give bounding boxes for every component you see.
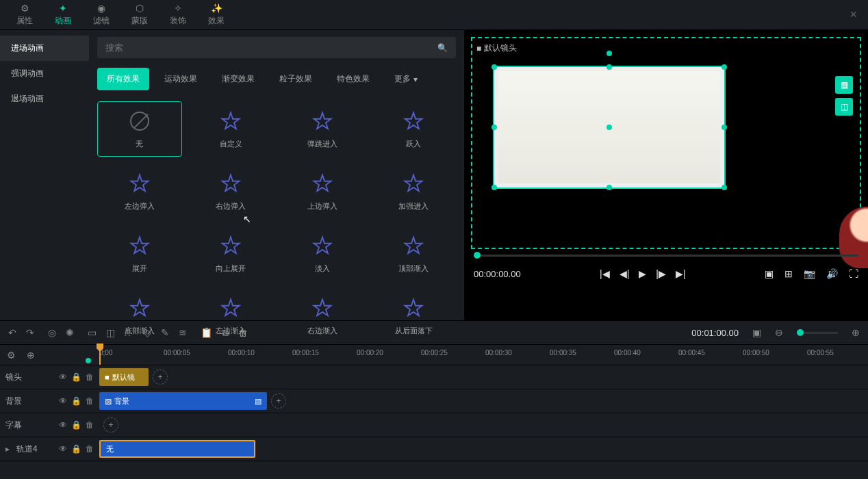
clip-background[interactable]: ▧背景▧ [99,392,267,410]
track-settings-button[interactable]: ⚙ [7,350,16,361]
effect-item[interactable]: 左边弹入 [97,164,182,219]
resize-handle-br[interactable] [722,185,727,190]
safe-zone-button[interactable]: ▣ [765,268,774,279]
effect-item[interactable]: 上边弹入 [280,164,365,219]
sidebar-item-emphasis[interactable]: 强调动画 [0,61,89,86]
tab-effect[interactable]: ✨效果 [197,0,235,29]
effect-item[interactable]: 右边弹入 [189,164,274,219]
redo-button[interactable]: ↷ [26,327,34,338]
progress-handle[interactable] [474,252,481,259]
grid-button[interactable]: ⊞ [784,268,793,279]
skip-end-button[interactable]: ▶| [676,268,686,279]
visibility-icon[interactable]: 👁 [59,372,67,382]
avatar-character[interactable] [839,207,868,268]
magnet-button[interactable]: ✺ [66,327,74,338]
effect-item[interactable]: 无 [97,101,182,157]
undo-button[interactable]: ↶ [8,327,16,338]
effect-item[interactable]: 弹跳进入 [280,101,365,157]
star-icon [401,109,426,133]
tab-mask[interactable]: ⬡蒙版 [120,0,159,29]
ratio-button[interactable]: ▭ [88,327,97,338]
resize-handle-bl[interactable] [492,185,497,190]
effect-item[interactable]: 淡入 [280,226,365,281]
effect-item[interactable]: 右边渐入 [280,288,365,344]
filter-gradient[interactable]: 渐变效果 [212,68,264,90]
lock-icon[interactable]: 🔒 [71,444,81,454]
effect-item[interactable]: 左边渐入 [189,288,274,344]
add-subtitle-clip[interactable]: + [103,417,118,432]
effect-item[interactable]: 向上展开 [189,226,274,281]
zoom-in-button[interactable]: ⊕ [852,327,860,338]
volume-button[interactable]: 🔊 [826,268,838,279]
fit-button[interactable]: ▣ [752,327,761,338]
ruler-mark: 00:00:05 [164,349,190,357]
filter-particle[interactable]: 粒子效果 [270,68,322,90]
tab-properties[interactable]: ⚙属性 [5,0,44,29]
trash-icon[interactable]: 🗑 [86,420,94,430]
add-bg-clip[interactable]: + [271,393,286,409]
add-track-button[interactable]: ⊕ [27,350,35,361]
snapshot-button[interactable]: 📷 [804,268,815,279]
effect-item[interactable]: 顶部渐入 [372,226,457,281]
visibility-icon[interactable]: 👁 [59,420,67,430]
tab-properties-label: 属性 [16,15,33,27]
clip-track4[interactable]: 无 [99,440,255,458]
step-forward-button[interactable]: |▶ [656,268,666,279]
play-button[interactable]: ▶ [639,268,646,279]
marker-button[interactable]: ◎ [48,327,56,338]
center-anchor[interactable] [607,125,612,130]
visibility-icon[interactable]: 👁 [59,444,67,454]
layers-tool[interactable]: ▦ [835,76,853,94]
filter-special[interactable]: 特色效果 [327,68,379,90]
resize-handle-tm[interactable] [607,64,612,70]
lock-icon[interactable]: 🔒 [71,396,81,406]
filter-more[interactable]: 更多 ▾ [385,68,427,90]
filter-motion[interactable]: 运动效果 [155,68,207,90]
selected-object[interactable] [493,66,726,189]
tab-animation[interactable]: ✦动画 [44,0,82,29]
zoom-slider[interactable] [797,332,838,334]
tab-filter[interactable]: ◉滤镜 [82,0,120,29]
resize-handle-bm[interactable] [607,185,612,190]
effect-item[interactable]: 加强进入 [372,164,457,219]
effect-label: 自定义 [220,139,242,149]
search-input[interactable] [105,42,437,53]
effect-item[interactable]: 从后面落下 [372,288,457,344]
preview-canvas[interactable]: ■默认镜头 ▦ ◫ [471,37,861,249]
effect-item[interactable]: 展开 [97,226,182,281]
effect-item[interactable]: 自定义 [189,101,274,157]
playhead[interactable] [99,345,101,365]
fullscreen-button[interactable]: ⛶ [849,268,858,279]
preview-progress[interactable] [471,249,861,261]
effect-item[interactable]: 跃入 [372,101,457,157]
skip-start-button[interactable]: |◀ [600,268,610,279]
trash-icon[interactable]: 🗑 [86,372,94,382]
trash-icon[interactable]: 🗑 [86,396,94,406]
effect-item[interactable]: 底部渐入 [97,288,182,344]
step-back-button[interactable]: ◀| [620,268,630,279]
resize-handle-tr[interactable] [722,64,727,70]
filter-all[interactable]: 所有效果 [97,68,149,90]
trash-icon[interactable]: 🗑 [86,444,94,454]
search-bar[interactable]: 🔍 [97,37,456,58]
lock-icon[interactable]: 🔒 [71,372,81,382]
expand-icon[interactable]: ▸ [5,444,10,454]
resize-handle-tl[interactable] [492,64,497,70]
tab-decorate[interactable]: ✧装饰 [159,0,197,29]
crop-tool[interactable]: ◫ [835,98,853,116]
resize-handle-mr[interactable] [722,125,727,130]
zoom-out-button[interactable]: ⊖ [775,327,783,338]
sidebar-item-exit[interactable]: 退场动画 [0,86,89,112]
clip-camera[interactable]: ■默认镜 [99,368,149,386]
star-icon [310,296,335,320]
visibility-icon[interactable]: 👁 [59,396,67,406]
zoom-handle[interactable] [797,329,804,336]
timeline-ruler[interactable]: ⚙ ⊕ 0;0000:00:0500:00:1000:00:1500:00:20… [0,345,868,365]
sidebar-item-entrance[interactable]: 进场动画 [0,36,89,61]
resize-handle-ml[interactable] [492,125,497,130]
close-panel-button[interactable]: × [844,8,863,22]
rotate-handle[interactable] [607,51,612,56]
lock-icon[interactable]: 🔒 [71,420,81,430]
add-camera-clip[interactable]: + [153,370,168,385]
preview-scene-name: 默认镜头 [484,42,517,54]
